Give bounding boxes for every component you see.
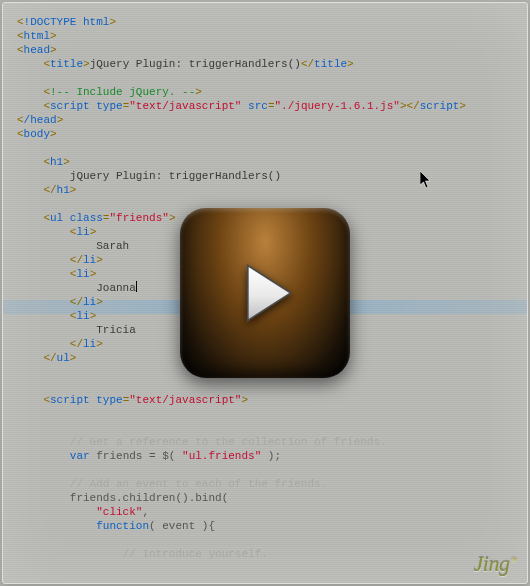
ul-close-tag: ul — [57, 352, 70, 364]
include-jquery-comment: !-- Include jQuery. -- — [50, 86, 195, 98]
js-var-keyword: var — [70, 450, 90, 462]
js-bind-call: friends.children().bind( — [70, 492, 228, 504]
doctype-declaration: !DOCTYPE html — [24, 16, 110, 28]
script-inline-open: script — [50, 394, 90, 406]
li-close-2: li — [83, 296, 96, 308]
head-close-tag: /head — [24, 114, 57, 126]
friend-name-2: Joanna — [96, 282, 136, 294]
li-open-2: li — [76, 268, 89, 280]
script-jquery-close: script — [420, 100, 460, 112]
js-comment-1: // Get a reference to the collection of … — [70, 436, 387, 448]
play-button[interactable] — [180, 208, 350, 378]
jing-sun-icon: ☀ — [510, 555, 518, 565]
h1-close-tag: h1 — [57, 184, 70, 196]
html-open-tag: html — [24, 30, 50, 42]
title-close-tag: title — [314, 58, 347, 70]
text-caret — [136, 281, 137, 292]
h1-body-text: jQuery Plugin: triggerHandlers() — [70, 170, 281, 182]
title-open-tag: title — [50, 58, 83, 70]
friend-name-1: Sarah — [96, 240, 129, 252]
h1-open-tag: h1 — [50, 156, 63, 168]
title-text: jQuery Plugin: triggerHandlers() — [90, 58, 301, 70]
li-open-1: li — [76, 226, 89, 238]
js-comment-3: // Introduce yourself. — [123, 548, 268, 560]
friend-name-3: Tricia — [96, 324, 136, 336]
js-function-keyword: function — [96, 520, 149, 532]
script-jquery-open: script — [50, 100, 90, 112]
body-open-tag: body — [24, 128, 50, 140]
ul-open-tag: ul — [50, 212, 63, 224]
head-open-tag: head — [24, 44, 50, 56]
video-thumbnail-frame: <!DOCTYPE html> <html> <head> <title>jQu… — [2, 2, 528, 584]
li-open-3: li — [76, 310, 89, 322]
jing-logo: Jing☀ — [474, 551, 517, 577]
play-icon — [222, 250, 308, 336]
li-close-1: li — [83, 254, 96, 266]
li-close-3: li — [83, 338, 96, 350]
jing-logo-text: Jing — [474, 551, 510, 576]
js-comment-2: // Add an event to each of the friends. — [70, 478, 327, 490]
